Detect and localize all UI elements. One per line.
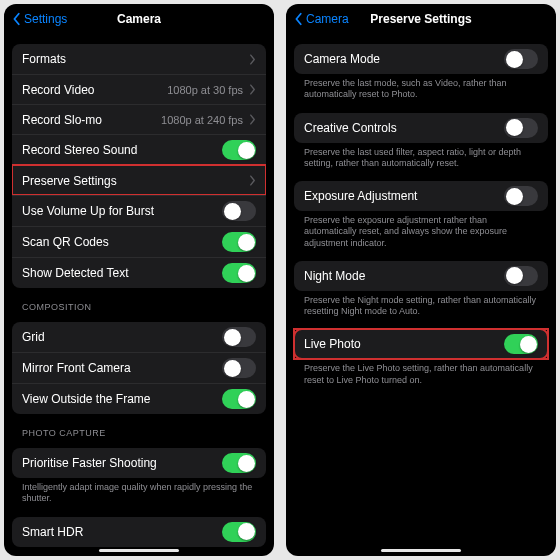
back-button[interactable]: Camera (294, 12, 349, 26)
settings-group-hdr: Smart HDR (12, 517, 266, 547)
settings-row[interactable]: Formats (12, 44, 266, 74)
back-label: Camera (306, 12, 349, 26)
settings-row[interactable]: Live Photo (294, 329, 548, 359)
settings-row[interactable]: Grid (12, 322, 266, 352)
toggle[interactable] (504, 186, 538, 206)
toggle[interactable] (222, 358, 256, 378)
row-description: Preserve the Night mode setting, rather … (294, 291, 548, 320)
settings-row[interactable]: Use Volume Up for Burst (12, 195, 266, 226)
row-value: 1080p at 30 fps (167, 84, 243, 96)
toggle[interactable] (504, 266, 538, 286)
chevron-right-icon (249, 54, 256, 65)
preserve-group: Camera Mode (294, 44, 548, 74)
row-label: Live Photo (304, 337, 504, 351)
toggle[interactable] (222, 232, 256, 252)
row-label: Record Stereo Sound (22, 143, 222, 157)
row-label: Record Video (22, 83, 167, 97)
scroll-area[interactable]: Camera ModePreserve the last mode, such … (286, 34, 556, 556)
chevron-right-icon (249, 175, 256, 186)
preserve-group: Night Mode (294, 261, 548, 291)
toggle-knob (224, 360, 241, 377)
chevron-left-icon (294, 12, 304, 26)
row-description: Preserve the exposure adjustment rather … (294, 211, 548, 251)
toggle-knob (224, 329, 241, 346)
settings-group-main: FormatsRecord Video1080p at 30 fpsRecord… (12, 44, 266, 288)
settings-row[interactable]: Creative Controls (294, 113, 548, 143)
settings-row[interactable]: Prioritise Faster Shooting (12, 448, 266, 478)
row-label: Formats (22, 52, 249, 66)
toggle-knob (238, 142, 255, 159)
settings-row[interactable]: Smart HDR (12, 517, 266, 547)
settings-row[interactable]: Record Stereo Sound (12, 134, 266, 165)
group-footer: Intelligently adapt image quality when r… (12, 478, 266, 507)
row-label: Scan QR Codes (22, 235, 222, 249)
row-label: Show Detected Text (22, 266, 222, 280)
row-description: Preserve the last mode, such as Video, r… (294, 74, 548, 103)
row-label: Record Slo-mo (22, 113, 161, 127)
scroll-area[interactable]: FormatsRecord Video1080p at 30 fpsRecord… (4, 34, 274, 556)
navbar: Settings Camera (4, 4, 274, 34)
settings-row[interactable]: Scan QR Codes (12, 226, 266, 257)
preserve-settings-screen: Camera Preserve Settings Camera ModePres… (286, 4, 556, 556)
row-label: Creative Controls (304, 121, 504, 135)
settings-row[interactable]: Show Detected Text (12, 257, 266, 288)
toggle-knob (238, 523, 255, 540)
section-header-photo-capture: PHOTO CAPTURE (22, 428, 262, 438)
row-label: Use Volume Up for Burst (22, 204, 222, 218)
toggle-knob (506, 188, 523, 205)
toggle[interactable] (222, 140, 256, 160)
settings-row[interactable]: View Outside the Frame (12, 383, 266, 414)
settings-row[interactable]: Record Video1080p at 30 fps (12, 74, 266, 104)
settings-group-composition: GridMirror Front CameraView Outside the … (12, 322, 266, 414)
settings-row[interactable]: Preserve Settings (12, 165, 266, 195)
toggle[interactable] (504, 118, 538, 138)
row-label: Camera Mode (304, 52, 504, 66)
preserve-group: Exposure Adjustment (294, 181, 548, 211)
camera-settings-screen: Settings Camera FormatsRecord Video1080p… (4, 4, 274, 556)
home-indicator[interactable] (381, 549, 461, 552)
toggle[interactable] (222, 453, 256, 473)
row-label: Grid (22, 330, 222, 344)
settings-row[interactable]: Exposure Adjustment (294, 181, 548, 211)
toggle-knob (506, 267, 523, 284)
chevron-right-icon (249, 84, 256, 95)
toggle-knob (238, 455, 255, 472)
toggle[interactable] (222, 263, 256, 283)
toggle-knob (238, 265, 255, 282)
toggle[interactable] (222, 389, 256, 409)
chevron-left-icon (12, 12, 22, 26)
row-label: Smart HDR (22, 525, 222, 539)
settings-row[interactable]: Record Slo-mo1080p at 240 fps (12, 104, 266, 134)
home-indicator[interactable] (99, 549, 179, 552)
row-label: Mirror Front Camera (22, 361, 222, 375)
row-label: Preserve Settings (22, 174, 249, 188)
toggle[interactable] (504, 334, 538, 354)
row-label: Night Mode (304, 269, 504, 283)
toggle[interactable] (222, 201, 256, 221)
row-description: Preserve the last used filter, aspect ra… (294, 143, 548, 172)
settings-row[interactable]: Mirror Front Camera (12, 352, 266, 383)
settings-row[interactable]: Night Mode (294, 261, 548, 291)
row-value: 1080p at 240 fps (161, 114, 243, 126)
toggle-knob (506, 119, 523, 136)
toggle[interactable] (222, 327, 256, 347)
toggle-knob (224, 203, 241, 220)
chevron-right-icon (249, 114, 256, 125)
settings-group-photo-capture: Prioritise Faster Shooting (12, 448, 266, 478)
preserve-group: Creative Controls (294, 113, 548, 143)
row-label: Prioritise Faster Shooting (22, 456, 222, 470)
toggle-knob (238, 391, 255, 408)
settings-row[interactable]: Camera Mode (294, 44, 548, 74)
row-label: View Outside the Frame (22, 392, 222, 406)
navbar: Camera Preserve Settings (286, 4, 556, 34)
section-header-composition: COMPOSITION (22, 302, 262, 312)
back-label: Settings (24, 12, 67, 26)
row-label: Exposure Adjustment (304, 189, 504, 203)
toggle-knob (520, 336, 537, 353)
back-button[interactable]: Settings (12, 12, 67, 26)
row-description: Preserve the Live Photo setting, rather … (294, 359, 548, 388)
toggle-knob (506, 51, 523, 68)
preserve-group: Live Photo (294, 329, 548, 359)
toggle[interactable] (504, 49, 538, 69)
toggle[interactable] (222, 522, 256, 542)
